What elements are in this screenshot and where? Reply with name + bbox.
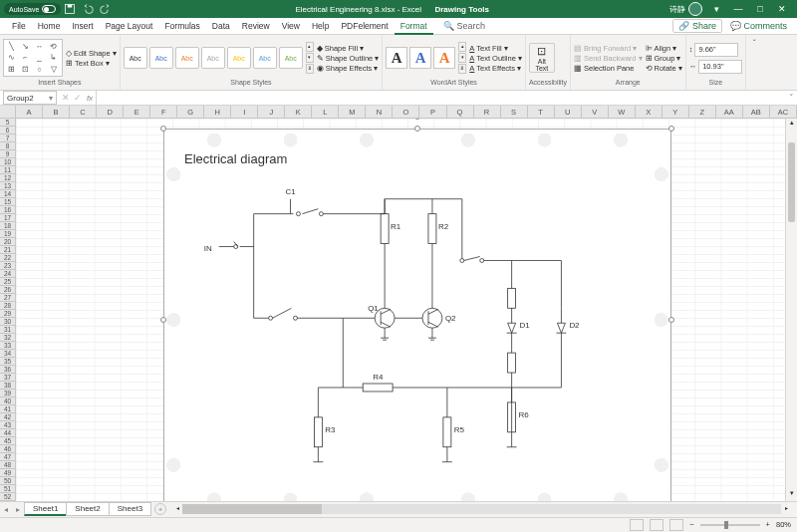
row-header[interactable]: 45 [0, 437, 15, 445]
ribbon-tab-insert[interactable]: Insert [66, 19, 99, 34]
row-header[interactable]: 50 [0, 477, 15, 485]
column-header[interactable]: E [124, 106, 150, 118]
row-header[interactable]: 11 [0, 166, 15, 174]
column-header[interactable]: K [285, 106, 312, 118]
row-header[interactable]: 13 [0, 182, 15, 190]
row-header[interactable]: 9 [0, 150, 15, 158]
align-button[interactable]: ⊫ Align ▾ [646, 44, 682, 53]
selection-pane-button[interactable]: ▦ Selection Pane [574, 64, 643, 73]
alt-text-button[interactable]: ⊡ Alt Text [529, 43, 555, 73]
expand-formula-icon[interactable]: ˅ [785, 93, 797, 103]
rotate-handle[interactable] [414, 119, 420, 120]
rotate-button[interactable]: ⟲ Rotate ▾ [646, 64, 682, 73]
column-headers[interactable]: ABCDEFGHIJKLMNOPQRSTUVWXYZAAABAC [0, 106, 797, 119]
worksheet-cells[interactable]: Electrical diagram IN [16, 119, 785, 501]
row-header[interactable]: 33 [0, 342, 15, 350]
row-header[interactable]: 27 [0, 294, 15, 302]
row-header[interactable]: 30 [0, 318, 15, 326]
shape-style-gallery[interactable]: Abc Abc Abc Abc Abc Abc Abc [124, 47, 303, 69]
row-header[interactable]: 39 [0, 390, 15, 398]
row-header[interactable]: 15 [0, 198, 15, 206]
column-header[interactable]: R [474, 106, 501, 118]
row-header[interactable]: 16 [0, 206, 15, 214]
column-header[interactable]: Y [663, 106, 689, 118]
group-button[interactable]: ⊞ Group ▾ [646, 54, 682, 63]
column-header[interactable]: AC [770, 106, 797, 118]
ribbon-tab-view[interactable]: View [276, 19, 306, 34]
column-header[interactable]: X [636, 106, 663, 118]
row-header[interactable]: 32 [0, 334, 15, 342]
minimize-button[interactable]: — [727, 0, 749, 18]
row-header[interactable]: 26 [0, 286, 15, 294]
text-effects-button[interactable]: A Text Effects ▾ [469, 64, 522, 73]
undo-icon[interactable] [82, 3, 94, 15]
name-box[interactable]: Group2▾ [3, 91, 57, 105]
row-header[interactable]: 28 [0, 302, 15, 310]
row-header[interactable]: 17 [0, 214, 15, 222]
row-header[interactable]: 23 [0, 262, 15, 270]
wa-down[interactable]: ▾ [458, 53, 466, 63]
column-header[interactable]: I [231, 106, 258, 118]
column-header[interactable]: B [43, 106, 70, 118]
row-header[interactable]: 19 [0, 230, 15, 238]
row-header[interactable]: 10 [0, 158, 15, 166]
row-header[interactable]: 42 [0, 413, 15, 421]
shape-fill-button[interactable]: ◆ Shape Fill ▾ [317, 44, 380, 53]
row-header[interactable]: 47 [0, 453, 15, 461]
row-header[interactable]: 40 [0, 398, 15, 405]
collapse-ribbon-icon[interactable]: ˇ [753, 38, 756, 48]
column-header[interactable]: F [150, 106, 177, 118]
redo-icon[interactable] [100, 3, 112, 15]
column-header[interactable]: P [419, 106, 446, 118]
shape-gallery[interactable]: ╲↘↔⟲ ∿⌐⎯↳ ⊞⊡○▽ [3, 39, 63, 77]
fx-icon[interactable]: fx [84, 94, 96, 103]
diagram-shape[interactable]: Electrical diagram IN [163, 129, 671, 501]
row-header[interactable]: 36 [0, 366, 15, 374]
width-input[interactable]: 10.93" [698, 60, 742, 74]
column-header[interactable]: W [609, 106, 636, 118]
text-box-button[interactable]: ⊞ Text Box ▾ [66, 59, 117, 68]
maximize-button[interactable]: □ [749, 0, 771, 18]
row-header[interactable]: 7 [0, 134, 15, 142]
autosave-toggle[interactable]: AutoSave [4, 3, 61, 15]
wordart-gallery[interactable]: A A A [386, 47, 455, 69]
gallery-down-icon[interactable]: ▾ [306, 53, 314, 63]
share-button[interactable]: 🔗 Share [672, 19, 722, 33]
row-header[interactable]: 43 [0, 421, 15, 429]
ribbon-tab-review[interactable]: Review [236, 19, 276, 34]
ribbon-tab-data[interactable]: Data [206, 19, 236, 34]
column-header[interactable]: AA [716, 106, 743, 118]
row-header[interactable]: 25 [0, 278, 15, 286]
row-header[interactable]: 52 [0, 493, 15, 501]
sheet-tab-sheet3[interactable]: Sheet3 [109, 502, 151, 516]
row-header[interactable]: 21 [0, 246, 15, 254]
zoom-in-button[interactable]: + [766, 520, 770, 529]
user-avatar[interactable] [688, 2, 702, 16]
column-header[interactable]: AB [743, 106, 770, 118]
sheet-tab-sheet1[interactable]: Sheet1 [24, 502, 67, 516]
zoom-level[interactable]: 80% [776, 520, 791, 529]
sheet-nav-prev[interactable]: ◂ [0, 505, 12, 514]
row-header[interactable]: 35 [0, 358, 15, 366]
ribbon-tab-page-layout[interactable]: Page Layout [100, 19, 159, 34]
sheet-nav-next[interactable]: ▸ [12, 505, 24, 514]
row-header[interactable]: 49 [0, 469, 15, 477]
ribbon-tab-pdfelement[interactable]: PDFelement [335, 19, 394, 34]
row-header[interactable]: 44 [0, 429, 15, 437]
comments-button[interactable]: 💬 Comments [726, 20, 791, 32]
ribbon-tab-format[interactable]: Format [395, 19, 433, 35]
save-icon[interactable] [64, 3, 76, 15]
column-header[interactable]: A [16, 106, 43, 118]
shape-effects-button[interactable]: ◉ Shape Effects ▾ [317, 64, 380, 73]
ribbon-options-button[interactable]: ▾ [705, 0, 727, 18]
row-header[interactable]: 41 [0, 405, 15, 413]
height-input[interactable]: 9.66" [694, 43, 738, 57]
row-header[interactable]: 12 [0, 174, 15, 182]
column-header[interactable]: U [555, 106, 582, 118]
normal-view-button[interactable] [630, 519, 644, 531]
ribbon-tab-help[interactable]: Help [306, 19, 335, 34]
row-header[interactable]: 18 [0, 222, 15, 230]
column-header[interactable]: C [70, 106, 97, 118]
row-header[interactable]: 22 [0, 254, 15, 262]
row-header[interactable]: 14 [0, 190, 15, 198]
